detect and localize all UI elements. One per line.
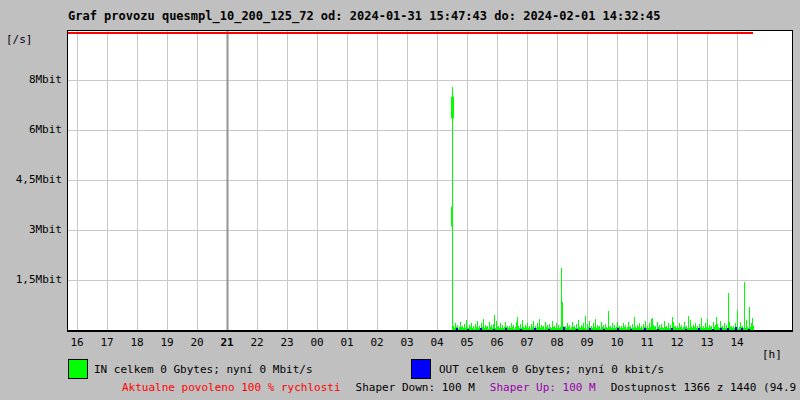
- in-noise-bar: [554, 326, 555, 330]
- in-noise-bar: [717, 324, 718, 330]
- in-noise-bar: [504, 327, 505, 330]
- in-noise-bar: [556, 323, 557, 330]
- in-noise-bar: [635, 327, 636, 330]
- in-noise-bar: [659, 325, 660, 330]
- in-noise-bar: [738, 329, 739, 330]
- in-noise-bar: [663, 328, 664, 330]
- in-noise-bar: [511, 323, 512, 330]
- in-spike: [737, 310, 738, 330]
- x-axis-tick-label: 03: [392, 336, 422, 349]
- in-noise-bar: [492, 328, 493, 330]
- in-noise-bar: [458, 329, 459, 330]
- in-noise-bar: [682, 329, 683, 330]
- in-noise-bar: [747, 327, 748, 330]
- in-noise-bar: [633, 328, 634, 330]
- in-noise-bar: [479, 326, 480, 330]
- in-noise-bar: [472, 328, 473, 330]
- in-noise-bar: [462, 326, 463, 330]
- in-noise-bar: [726, 325, 727, 330]
- in-noise-bar: [703, 326, 704, 330]
- in-noise-bar: [730, 327, 731, 330]
- in-noise-bar: [655, 326, 656, 330]
- in-noise-bar: [526, 327, 527, 330]
- in-noise-bar: [524, 328, 525, 330]
- in-noise-bar: [587, 324, 588, 330]
- in-noise-bar: [606, 327, 607, 330]
- out-dot: [698, 328, 700, 330]
- in-noise-bar: [620, 328, 621, 330]
- in-noise-bar: [579, 327, 580, 330]
- in-noise-bar: [465, 328, 466, 330]
- in-noise-bar: [489, 322, 490, 330]
- in-noise-bar: [519, 328, 520, 330]
- x-axis-tick-label: 14: [722, 336, 752, 349]
- legend-in-label: IN celkem 0 Gbytes; nyní 0 Mbit/s: [94, 363, 313, 376]
- x-axis-tick-label: 22: [242, 336, 272, 349]
- x-axis-tick-label: 16: [62, 336, 92, 349]
- x-axis-tick-label: 12: [662, 336, 692, 349]
- in-noise-bar: [714, 327, 715, 330]
- in-noise-bar: [638, 327, 639, 330]
- in-noise-bar: [660, 328, 661, 330]
- in-noise-bar: [588, 327, 589, 330]
- in-spike: [494, 315, 495, 330]
- out-dot: [589, 328, 591, 330]
- y-axis-tick-label: 3Mbit: [0, 223, 62, 236]
- in-noise-bar: [647, 326, 648, 330]
- in-noise-bar: [656, 329, 657, 330]
- legend-in-swatch: [68, 359, 88, 379]
- in-noise-bar: [708, 328, 709, 330]
- out-dot: [563, 327, 565, 330]
- legend-out-swatch: [411, 359, 431, 379]
- in-noise-bar: [643, 324, 644, 330]
- out-dot: [748, 329, 750, 330]
- in-noise-bar: [528, 328, 529, 330]
- x-axis-tick-label: 21: [212, 336, 242, 349]
- in-noise-bar: [478, 328, 479, 330]
- in-noise-bar: [650, 327, 651, 330]
- in-noise-bar: [546, 327, 547, 330]
- in-noise-bar: [746, 320, 747, 330]
- in-noise-bar: [648, 328, 649, 330]
- in-noise-bar: [502, 325, 503, 330]
- in-noise-bar: [724, 323, 725, 330]
- out-dot: [534, 328, 536, 330]
- in-noise-bar: [705, 323, 706, 330]
- in-noise-bar: [653, 325, 654, 330]
- in-noise-bar: [609, 327, 610, 330]
- in-noise-bar: [518, 326, 519, 330]
- x-axis-tick-label: 04: [422, 336, 452, 349]
- in-noise-bar: [560, 327, 561, 330]
- in-noise-bar: [522, 320, 523, 330]
- out-dot: [630, 329, 632, 330]
- in-noise-bar: [510, 328, 511, 330]
- in-noise-bar: [687, 328, 688, 330]
- in-spike: [562, 302, 563, 330]
- in-noise-bar: [575, 328, 576, 330]
- in-noise-bar: [702, 328, 703, 330]
- in-noise-bar: [593, 323, 594, 330]
- out-dot: [727, 328, 729, 330]
- out-dot: [467, 329, 469, 330]
- in-noise-bar: [619, 326, 620, 330]
- in-noise-bar: [667, 328, 668, 330]
- in-noise-bar: [488, 329, 489, 330]
- x-axis-tick-label: 23: [272, 336, 302, 349]
- in-spike: [608, 311, 609, 330]
- in-noise-bar: [573, 327, 574, 330]
- in-noise-bar: [567, 323, 568, 330]
- in-noise-bar: [495, 328, 496, 330]
- in-noise-bar: [674, 327, 675, 330]
- in-noise-bar: [694, 327, 695, 330]
- in-noise-bar: [710, 327, 711, 330]
- in-noise-bar: [731, 326, 732, 330]
- in-noise-bar: [541, 325, 542, 330]
- out-dot: [712, 329, 714, 330]
- out-dot: [576, 329, 578, 330]
- in-noise-bar: [751, 323, 752, 330]
- allowed-speed-text: Aktualne povoleno 100 % rychlosti: [122, 381, 341, 394]
- in-noise-bar: [629, 327, 630, 330]
- in-noise-bar: [508, 328, 509, 330]
- in-noise-bar: [542, 327, 543, 330]
- x-axis-tick-label: 11: [632, 336, 662, 349]
